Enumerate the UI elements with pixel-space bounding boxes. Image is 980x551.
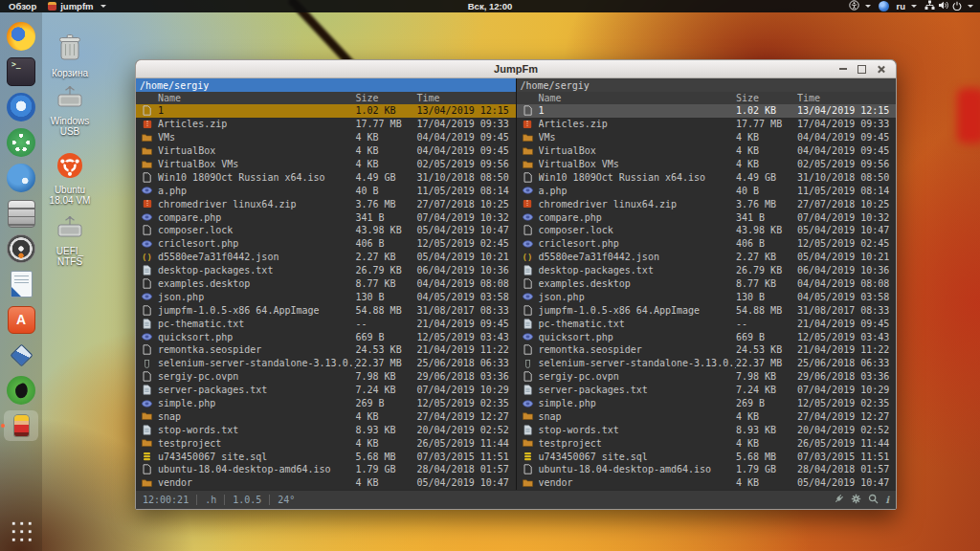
file-row[interactable]: Articles.zip17.77 MB17/04/2019 09:33 xyxy=(136,118,516,131)
maximize-button[interactable] xyxy=(857,64,867,75)
dock-item-screenshot-app[interactable] xyxy=(4,375,38,406)
file-row[interactable]: jumpfm-1.0.5-x86_64.AppImage54.88 MB31/0… xyxy=(517,303,897,317)
focused-app-menu[interactable]: jumpfm xyxy=(48,1,105,11)
file-row[interactable]: VirtualBox VMs4 KB02/05/2019 09:56 xyxy=(517,158,897,171)
dock-item-virtualbox[interactable] xyxy=(4,340,38,370)
file-row[interactable]: Win10_1809Oct_Russian_x64.iso4.49 GB31/1… xyxy=(136,170,516,184)
desktop-icon-ubuntu-logo[interactable]: Ubuntu 18.04 VM xyxy=(42,152,98,206)
file-row[interactable]: ubuntu-18.04-desktop-amd64.iso1.79 GB28/… xyxy=(517,463,897,476)
file-row[interactable]: VMs4 KB04/04/2019 09:45 xyxy=(517,131,897,144)
file-row[interactable]: a.php40 B11/05/2019 08:14 xyxy=(136,184,516,197)
file-row[interactable]: sergiy-pc.ovpn7.98 KB29/06/2018 03:36 xyxy=(136,370,516,384)
column-size[interactable]: Size xyxy=(736,93,797,103)
file-row[interactable]: desktop-packages.txt26.79 KB06/04/2019 1… xyxy=(517,264,897,277)
dock-item-ubuntu-software[interactable]: A xyxy=(4,304,38,335)
column-time[interactable]: Time xyxy=(797,93,896,103)
file-row[interactable]: examples.desktop8.77 KB04/04/2019 08:08 xyxy=(136,277,516,291)
file-row[interactable]: ()d5580ee7a31f0442.json2.27 KB05/04/2019… xyxy=(136,251,516,264)
file-row[interactable]: chromedriver_linux64.zip3.76 MB27/07/201… xyxy=(136,197,516,210)
statusbar-hidden-toggle[interactable]: .h xyxy=(196,495,216,505)
file-row[interactable]: composer.lock43.98 KB05/04/2019 10:47 xyxy=(517,224,897,237)
dock-item-green-app[interactable] xyxy=(4,127,38,158)
minimize-button[interactable] xyxy=(837,64,848,75)
file-row[interactable]: u743450067_site.sql5.68 MB07/03/2015 11:… xyxy=(517,450,897,463)
dock-item-libreoffice-writer[interactable] xyxy=(4,269,38,299)
file-row[interactable]: compare.php341 B07/04/2019 10:32 xyxy=(517,210,897,224)
file-row[interactable]: testproject4 KB26/05/2019 11:44 xyxy=(136,436,516,450)
file-row[interactable]: ()d5580ee7a31f0442.json2.27 KB05/04/2019… xyxy=(517,251,897,264)
desktop-icon-trash[interactable]: Корзина xyxy=(42,33,98,78)
file-row[interactable]: quicksort.php669 B12/05/2019 03:43 xyxy=(136,330,516,343)
accessibility-menu[interactable] xyxy=(849,0,871,12)
file-row[interactable]: Win10_1809Oct_Russian_x64.iso4.49 GB31/1… xyxy=(517,170,897,184)
path-bar[interactable]: /home/sergiy xyxy=(517,78,897,92)
desktop-icon-usb-drive[interactable]: Windows USB xyxy=(42,85,98,137)
titlebar[interactable]: JumpFm xyxy=(136,60,896,78)
file-row[interactable]: server-packages.txt7.24 KB07/04/2019 10:… xyxy=(517,384,897,397)
dock-item-firefox[interactable] xyxy=(4,21,38,52)
file-row[interactable]: simple.php269 B12/05/2019 02:35 xyxy=(136,397,516,410)
file-row[interactable]: VMs4 KB04/04/2019 09:45 xyxy=(136,131,516,144)
green-app-icon xyxy=(7,128,35,157)
file-row[interactable]: vendor4 KB05/04/2019 10:47 xyxy=(517,476,897,490)
dock-item-media-player[interactable] xyxy=(4,233,38,264)
column-time[interactable]: Time xyxy=(417,93,516,103)
file-row[interactable]: criclesort.php406 B12/05/2019 02:45 xyxy=(517,237,897,251)
column-name[interactable]: Name xyxy=(136,93,356,103)
file-row[interactable]: selenium-server-standalone-3.13.0.j…22.3… xyxy=(136,357,516,370)
system-menu[interactable] xyxy=(924,0,973,12)
file-row[interactable]: snap4 KB27/04/2019 12:27 xyxy=(517,409,897,423)
show-applications-button[interactable] xyxy=(10,519,33,543)
column-name[interactable]: Name xyxy=(517,93,737,103)
clock[interactable]: Вск, 12:00 xyxy=(468,0,512,12)
file-row[interactable]: json.php130 B04/05/2019 03:58 xyxy=(136,290,516,303)
file-row[interactable]: pc-thematic.txt--21/04/2019 09:45 xyxy=(517,317,897,330)
file-row[interactable]: pc-thematic.txt--21/04/2019 09:45 xyxy=(136,317,516,330)
dock-item-terminal[interactable]: >_ xyxy=(4,56,38,87)
dock-item-jumpfm[interactable] xyxy=(4,410,38,441)
file-row[interactable]: u743450067_site.sql5.68 MB07/03/2015 11:… xyxy=(136,450,516,463)
file-row[interactable]: Articles.zip17.77 MB17/04/2019 09:33 xyxy=(517,118,897,131)
file-row[interactable]: criclesort.php406 B12/05/2019 02:45 xyxy=(136,237,516,251)
file-row[interactable]: remontka.seospider24.53 KB21/04/2019 11:… xyxy=(517,343,897,357)
activities-button[interactable]: Обзор xyxy=(9,1,36,11)
file-row[interactable]: compare.php341 B07/04/2019 10:32 xyxy=(136,210,516,224)
file-row[interactable]: vendor4 KB05/04/2019 10:47 xyxy=(136,476,516,490)
file-row[interactable]: remontka.seospider24.53 KB21/04/2019 11:… xyxy=(136,343,516,357)
file-row[interactable]: quicksort.php669 B12/05/2019 03:43 xyxy=(517,330,897,343)
file-row[interactable]: simple.php269 B12/05/2019 02:35 xyxy=(517,397,897,410)
file-row[interactable]: json.php130 B04/05/2019 03:58 xyxy=(517,290,897,303)
info-icon[interactable]: i xyxy=(885,495,889,505)
keyboard-layout-menu[interactable]: ru xyxy=(897,1,918,11)
desktop-icon-usb-drive[interactable]: UEFI_ NTFS xyxy=(42,215,98,267)
gear-icon[interactable] xyxy=(851,494,861,506)
app-indicator-icon[interactable] xyxy=(879,1,889,11)
file-row[interactable]: chromedriver_linux64.zip3.76 MB27/07/201… xyxy=(517,197,897,210)
file-row[interactable]: a.php40 B11/05/2019 08:14 xyxy=(517,184,897,197)
column-size[interactable]: Size xyxy=(356,93,417,103)
file-row[interactable]: examples.desktop8.77 KB04/04/2019 08:08 xyxy=(517,277,897,291)
file-row[interactable]: stop-words.txt8.93 KB20/04/2019 02:52 xyxy=(136,423,516,436)
file-row[interactable]: jumpfm-1.0.5-x86_64.AppImage54.88 MB31/0… xyxy=(136,303,516,317)
dock-item-file-cabinet[interactable] xyxy=(4,198,38,229)
file-row[interactable]: VirtualBox VMs4 KB02/05/2019 09:56 xyxy=(136,158,516,171)
close-button[interactable] xyxy=(876,64,886,75)
file-row[interactable]: VirtualBox4 KB04/04/2019 09:45 xyxy=(517,144,897,158)
search-icon[interactable] xyxy=(868,494,879,506)
dock-item-thunderbird[interactable] xyxy=(4,163,38,193)
path-bar[interactable]: /home/sergiy xyxy=(136,78,516,92)
plug-icon[interactable] xyxy=(834,494,844,506)
file-row[interactable]: stop-words.txt8.93 KB20/04/2019 02:52 xyxy=(517,423,897,436)
file-row[interactable]: snap4 KB27/04/2019 12:27 xyxy=(136,409,516,423)
file-row[interactable]: testproject4 KB26/05/2019 11:44 xyxy=(517,436,897,450)
dock-item-chromium[interactable] xyxy=(4,92,38,122)
file-row[interactable]: 11.02 KB13/04/2019 12:15 xyxy=(136,104,516,118)
file-row[interactable]: sergiy-pc.ovpn7.98 KB29/06/2018 03:36 xyxy=(517,370,897,384)
file-row[interactable]: server-packages.txt7.24 KB07/04/2019 10:… xyxy=(136,384,516,397)
file-row[interactable]: ubuntu-18.04-desktop-amd64.iso1.79 GB28/… xyxy=(136,463,516,476)
file-row[interactable]: desktop-packages.txt26.79 KB06/04/2019 1… xyxy=(136,264,516,277)
file-row[interactable]: composer.lock43.98 KB05/04/2019 10:47 xyxy=(136,224,516,237)
file-row[interactable]: 11.02 KB13/04/2019 12:15 xyxy=(517,104,897,118)
file-row[interactable]: selenium-server-standalone-3.13.0.j…22.3… xyxy=(517,357,897,370)
file-row[interactable]: VirtualBox4 KB04/04/2019 09:45 xyxy=(136,144,516,158)
